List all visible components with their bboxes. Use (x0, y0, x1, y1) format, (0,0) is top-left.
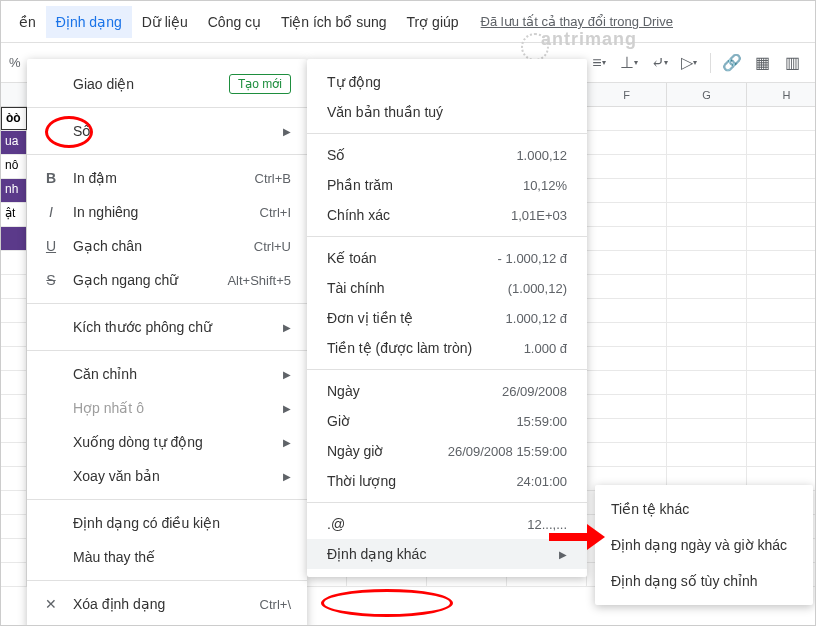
num-duration[interactable]: Thời lượng24:01:00 (307, 466, 587, 496)
more-custom-number[interactable]: Định dạng số tùy chỉnh (595, 563, 813, 599)
underline-icon: U (39, 238, 63, 254)
italic-shortcut: Ctrl+I (260, 205, 291, 220)
menu-tools[interactable]: Công cụ (198, 6, 271, 38)
menu-alt-colors-label: Màu thay thế (73, 549, 155, 565)
more-datetime[interactable]: Định dạng ngày và giờ khác (595, 527, 813, 563)
num-currency-round[interactable]: Tiền tệ (được làm tròn)1.000 đ (307, 333, 587, 363)
num-at[interactable]: .@12...,... (307, 509, 587, 539)
clear-shortcut: Ctrl+\ (260, 597, 291, 612)
underline-shortcut: Ctrl+U (254, 239, 291, 254)
menu-underline[interactable]: U Gạch chân Ctrl+U (27, 229, 307, 263)
menu-theme-label: Giao diện (73, 76, 134, 92)
menu-help[interactable]: Trợ giúp (397, 6, 469, 38)
col-header-f[interactable]: F (587, 83, 667, 106)
comment-icon[interactable]: ▦ (749, 50, 775, 76)
percent-label: % (9, 55, 23, 70)
wrap-icon[interactable]: ⤶▾ (646, 50, 672, 76)
menu-merge: Hợp nhất ô ▶ (27, 391, 307, 425)
strike-icon: S (39, 272, 63, 288)
num-currency[interactable]: Đơn vị tiền tệ1.000,12 đ (307, 303, 587, 333)
menu-rotate[interactable]: Xoay văn bản ▶ (27, 459, 307, 493)
save-status[interactable]: Đã lưu tất cả thay đổi trong Drive (481, 14, 673, 29)
number-submenu: Tự động Văn bản thuần tuý Số1.000,12 Phầ… (307, 59, 587, 577)
menu-format[interactable]: Định dạng (46, 6, 132, 38)
chevron-right-icon: ▶ (559, 549, 567, 560)
menu-addons[interactable]: Tiện ích bổ sung (271, 6, 396, 38)
menu-fontsize[interactable]: Kích thước phông chữ ▶ (27, 310, 307, 344)
menu-strike[interactable]: S Gạch ngang chữ Alt+Shift+5 (27, 263, 307, 297)
menu-wrap-label: Xuống dòng tự động (73, 434, 203, 450)
format-dropdown-menu: Giao diện Tạo mới Số ▶ B In đậm Ctrl+B I… (27, 59, 307, 626)
more-formats-submenu: Tiền tệ khác Định dạng ngày và giờ khác … (595, 485, 813, 605)
num-plaintext[interactable]: Văn bản thuần tuý (307, 97, 587, 127)
chevron-right-icon: ▶ (283, 322, 291, 333)
chevron-right-icon: ▶ (283, 403, 291, 414)
menu-cond-format[interactable]: Định dạng có điều kiện (27, 506, 307, 540)
menu-strike-label: Gạch ngang chữ (73, 272, 178, 288)
num-more-formats[interactable]: Định dạng khác▶ (307, 539, 587, 569)
num-number[interactable]: Số1.000,12 (307, 140, 587, 170)
bold-shortcut: Ctrl+B (255, 171, 291, 186)
num-date[interactable]: Ngày26/09/2008 (307, 376, 587, 406)
num-financial[interactable]: Tài chính(1.000,12) (307, 273, 587, 303)
num-percent[interactable]: Phần trăm10,12% (307, 170, 587, 200)
num-time[interactable]: Giờ15:59:00 (307, 406, 587, 436)
col-header-g[interactable]: G (667, 83, 747, 106)
menu-data[interactable]: Dữ liệu (132, 6, 198, 38)
menu-rotate-label: Xoay văn bản (73, 468, 160, 484)
rotate-icon[interactable]: ▷▾ (676, 50, 702, 76)
menu-number[interactable]: Số ▶ (27, 114, 307, 148)
new-badge: Tạo mới (229, 74, 291, 94)
menu-wrap[interactable]: Xuống dòng tự động ▶ (27, 425, 307, 459)
link-icon[interactable]: 🔗 (719, 50, 745, 76)
menu-align-label: Căn chỉnh (73, 366, 137, 382)
menu-align[interactable]: Căn chỉnh ▶ (27, 357, 307, 391)
menu-bold-label: In đậm (73, 170, 117, 186)
num-scientific[interactable]: Chính xác1,01E+03 (307, 200, 587, 230)
menu-prev[interactable]: ền (9, 6, 46, 38)
menu-number-label: Số (73, 123, 91, 139)
menu-bar: ền Định dạng Dữ liệu Công cụ Tiện ích bổ… (1, 1, 815, 43)
menu-merge-label: Hợp nhất ô (73, 400, 144, 416)
chevron-right-icon: ▶ (283, 471, 291, 482)
col-header-h[interactable]: H (747, 83, 816, 106)
num-datetime[interactable]: Ngày giờ26/09/2008 15:59:00 (307, 436, 587, 466)
menu-alt-colors[interactable]: Màu thay thế (27, 540, 307, 574)
clear-format-icon: ✕ (39, 596, 63, 612)
bold-icon: B (39, 170, 63, 186)
menu-clear-format-label: Xóa định dạng (73, 596, 165, 612)
chevron-right-icon: ▶ (283, 369, 291, 380)
menu-theme[interactable]: Giao diện Tạo mới (27, 67, 307, 101)
chart-icon[interactable]: ▥ (779, 50, 805, 76)
menu-cond-format-label: Định dạng có điều kiện (73, 515, 220, 531)
strike-shortcut: Alt+Shift+5 (227, 273, 291, 288)
menu-italic[interactable]: I In nghiêng Ctrl+I (27, 195, 307, 229)
more-currencies[interactable]: Tiền tệ khác (595, 491, 813, 527)
menu-bold[interactable]: B In đậm Ctrl+B (27, 161, 307, 195)
menu-italic-label: In nghiêng (73, 204, 138, 220)
align-icon[interactable]: ≡▾ (586, 50, 612, 76)
valign-icon[interactable]: ⊥▾ (616, 50, 642, 76)
chevron-right-icon: ▶ (283, 437, 291, 448)
num-auto[interactable]: Tự động (307, 67, 587, 97)
chevron-right-icon: ▶ (283, 126, 291, 137)
italic-icon: I (39, 204, 63, 220)
num-accounting[interactable]: Kế toán- 1.000,12 đ (307, 243, 587, 273)
menu-underline-label: Gạch chân (73, 238, 142, 254)
menu-clear-format[interactable]: ✕ Xóa định dạng Ctrl+\ (27, 587, 307, 621)
menu-fontsize-label: Kích thước phông chữ (73, 319, 212, 335)
